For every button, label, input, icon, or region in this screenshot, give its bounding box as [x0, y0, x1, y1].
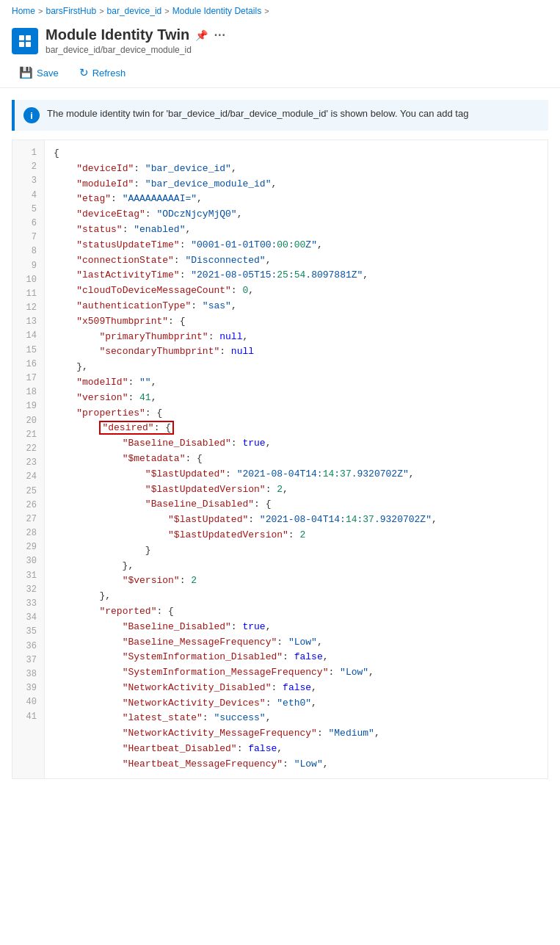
more-options-icon[interactable]: ⋯: [214, 28, 225, 42]
code-line-28: },: [54, 559, 539, 574]
info-icon: i: [23, 107, 40, 123]
code-line-18: "properties": {: [54, 406, 539, 421]
code-line-34: "SystemInformation_Disabled": false,: [54, 650, 539, 665]
page-header: Module Identity Twin 📌 ⋯ bar_device_id/b…: [0, 22, 560, 58]
json-editor[interactable]: 1234567891011121314151617181920212223242…: [12, 140, 548, 779]
code-line-24: "Baseline_Disabled": {: [54, 497, 539, 513]
code-line-30: },: [54, 589, 539, 604]
svg-rect-2: [19, 42, 24, 47]
module-twin-icon: [12, 28, 38, 54]
code-line-14: "secondaryThumbprint": null: [54, 344, 539, 360]
code-line-19: "desired": {: [54, 421, 539, 436]
code-line-7: "statusUpdateTime": "0001-01-01T00:00:00…: [54, 238, 539, 253]
code-line-1: {: [54, 146, 539, 162]
code-line-41: "Heartbeat_MessageFrequency": "Low",: [54, 757, 539, 772]
save-icon: 💾: [19, 66, 33, 79]
code-line-32: "Baseline_Disabled": true,: [54, 620, 539, 635]
code-line-13: "primaryThumbprint": null,: [54, 330, 539, 345]
save-button[interactable]: 💾 Save: [12, 62, 66, 83]
code-line-10: "cloudToDeviceMessageCount": 0,: [54, 283, 539, 299]
breadcrumb-module-identity[interactable]: Module Identity Details: [172, 6, 261, 16]
code-line-2: "deviceId": "bar_device_id",: [54, 162, 539, 177]
line-numbers: 1234567891011121314151617181920212223242…: [12, 140, 45, 778]
refresh-button[interactable]: ↻ Refresh: [72, 62, 134, 83]
breadcrumb-device[interactable]: bar_device_id: [107, 6, 162, 16]
code-line-26: "$lastUpdatedVersion": 2: [54, 528, 539, 543]
breadcrumb: Home > barsFirstHub > bar_device_id > Mo…: [0, 0, 560, 22]
code-line-29: "$version": 2: [54, 573, 539, 589]
code-line-4: "etag": "AAAAAAAAAI=",: [54, 192, 539, 207]
code-line-38: "latest_state": "success",: [54, 711, 539, 726]
code-line-40: "Heartbeat_Disabled": false,: [54, 742, 539, 757]
info-banner: i The module identity twin for 'bar_devi…: [12, 100, 548, 131]
breadcrumb-hub[interactable]: barsFirstHub: [46, 6, 96, 16]
code-line-33: "Baseline_MessageFrequency": "Low",: [54, 635, 539, 651]
code-line-5: "deviceEtag": "ODczNjcyMjQ0",: [54, 207, 539, 222]
svg-rect-3: [26, 42, 31, 47]
refresh-icon: ↻: [79, 66, 89, 79]
code-line-17: "version": 41,: [54, 391, 539, 406]
code-line-35: "SystemInformation_MessageFrequency": "L…: [54, 665, 539, 681]
info-banner-text: The module identity twin for 'bar_device…: [47, 107, 468, 120]
code-area[interactable]: { "deviceId": "bar_device_id", "moduleId…: [45, 140, 548, 778]
code-line-11: "authenticationType": "sas",: [54, 299, 539, 314]
code-line-15: },: [54, 360, 539, 375]
breadcrumb-home[interactable]: Home: [12, 6, 35, 16]
code-line-36: "NetworkActivity_Disabled": false,: [54, 681, 539, 696]
pin-icon[interactable]: 📌: [195, 29, 208, 41]
toolbar: 💾 Save ↻ Refresh: [0, 58, 560, 88]
page-subtitle: bar_device_id/bar_device_module_id: [46, 45, 225, 55]
code-line-27: }: [54, 543, 539, 559]
code-line-31: "reported": {: [54, 604, 539, 620]
svg-rect-1: [26, 35, 31, 40]
svg-rect-0: [19, 35, 24, 40]
code-line-9: "lastActivityTime": "2021-08-05T15:25:54…: [54, 268, 539, 283]
code-line-37: "NetworkActivity_Devices": "eth0",: [54, 696, 539, 712]
code-line-8: "connectionState": "Disconnected",: [54, 253, 539, 269]
code-line-39: "NetworkActivity_MessageFrequency": "Med…: [54, 726, 539, 742]
code-line-6: "status": "enabled",: [54, 222, 539, 238]
code-line-20: "Baseline_Disabled": true,: [54, 436, 539, 452]
code-line-23: "$lastUpdatedVersion": 2,: [54, 482, 539, 498]
page-title: Module Identity Twin 📌 ⋯: [46, 26, 225, 43]
code-line-3: "moduleId": "bar_device_module_id",: [54, 177, 539, 192]
code-line-12: "x509Thumbprint": {: [54, 314, 539, 330]
code-line-21: "$metadata": {: [54, 452, 539, 467]
code-line-22: "$lastUpdated": "2021-08-04T14:14:37.932…: [54, 467, 539, 482]
code-line-16: "modelId": "",: [54, 375, 539, 391]
code-line-25: "$lastUpdated": "2021-08-04T14:14:37.932…: [54, 513, 539, 528]
